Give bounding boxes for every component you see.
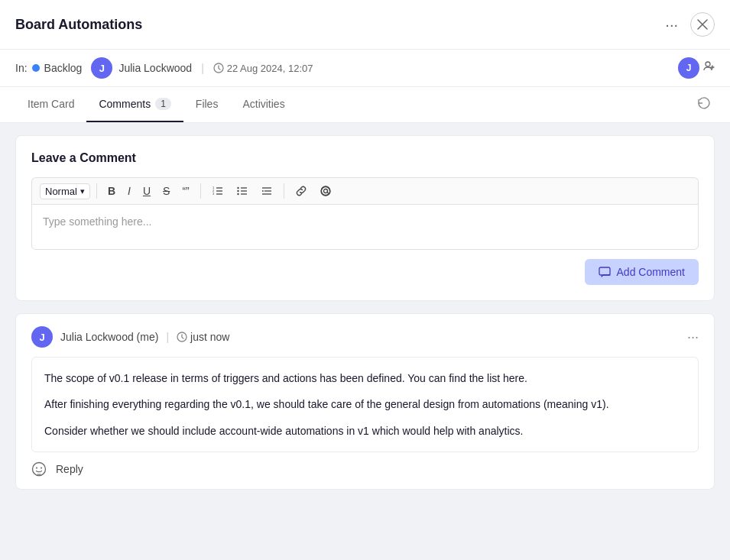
svg-point-18 xyxy=(323,189,327,193)
tab-files-label: Files xyxy=(196,98,219,110)
link-button[interactable] xyxy=(290,183,312,199)
avatar-small: J xyxy=(678,57,699,79)
clock-icon xyxy=(213,63,224,73)
svg-point-13 xyxy=(237,193,238,195)
comment-body: The scope of v0.1 release in terms of tr… xyxy=(31,357,699,452)
meta-user: J Julia Lockwood | 22 Aug 2024, 12:07 xyxy=(91,57,313,79)
comment-avatar: J xyxy=(31,326,53,348)
tab-activities[interactable]: Activities xyxy=(230,87,297,122)
header: Board Automations ··· xyxy=(0,0,730,50)
comment-icon xyxy=(599,266,611,278)
svg-point-1 xyxy=(706,62,710,66)
format-select[interactable]: Normal ▾ xyxy=(40,183,90,199)
tabs-right xyxy=(693,92,715,118)
svg-rect-19 xyxy=(599,267,610,275)
backlog-dot xyxy=(32,64,40,72)
format-select-label: Normal xyxy=(45,186,77,197)
svg-point-21 xyxy=(33,463,46,476)
comment-editor-box: Leave a Comment Normal ▾ B I U S “” xyxy=(15,135,715,301)
comment-actions: Add Comment xyxy=(31,259,699,285)
meta-left: In: Backlog J Julia Lockwood | 22 Aug 20… xyxy=(15,57,313,79)
ordered-list-button[interactable]: 1 2 3 xyxy=(207,183,229,199)
comment-user: J Julia Lockwood (me) | just now xyxy=(31,326,229,348)
person-add-icon xyxy=(702,60,715,73)
svg-point-23 xyxy=(41,468,42,469)
meta-bar: In: Backlog J Julia Lockwood | 22 Aug 20… xyxy=(0,50,730,87)
tab-comments-label: Comments xyxy=(99,98,151,110)
strikethrough-button[interactable]: S xyxy=(158,183,174,199)
chevron-down-icon: ▾ xyxy=(80,186,85,196)
add-comment-button[interactable]: Add Comment xyxy=(585,259,699,285)
comment-more-button[interactable]: ··· xyxy=(687,329,699,345)
svg-point-22 xyxy=(36,468,37,469)
comment-footer: Reply xyxy=(31,461,699,477)
comment-paragraph-3: Consider whether we should include accou… xyxy=(44,422,686,439)
user-name: Julia Lockwood xyxy=(118,62,192,74)
toolbar-separator-1 xyxy=(96,183,97,199)
svg-point-11 xyxy=(237,187,238,189)
header-more-button[interactable]: ··· xyxy=(659,13,684,37)
comment-time-label: just now xyxy=(190,331,229,343)
unordered-list-icon xyxy=(236,185,248,197)
italic-button[interactable]: I xyxy=(123,183,135,199)
emoji-reaction-button[interactable] xyxy=(31,461,47,477)
mention-button[interactable] xyxy=(315,183,336,199)
editor-toolbar: Normal ▾ B I U S “” 1 2 3 xyxy=(31,177,699,204)
meta-time: 22 Aug 2024, 12:07 xyxy=(213,63,313,74)
underline-button[interactable]: U xyxy=(138,183,155,199)
tab-item-card-label: Item Card xyxy=(28,98,74,110)
add-comment-label: Add Comment xyxy=(617,266,685,278)
avatar: J xyxy=(91,57,112,79)
ordered-list-icon: 1 2 3 xyxy=(212,185,224,197)
svg-point-12 xyxy=(237,190,238,192)
tab-item-card[interactable]: Item Card xyxy=(15,87,86,122)
tab-comments-badge: 1 xyxy=(155,98,171,110)
comment-placeholder: Type something here... xyxy=(43,215,151,228)
indent-icon xyxy=(261,185,273,197)
toolbar-separator-2 xyxy=(200,183,201,199)
bold-button[interactable]: B xyxy=(103,183,120,199)
tabs-bar: Item Card Comments 1 Files Activities xyxy=(0,87,730,123)
refresh-icon xyxy=(696,95,712,111)
date-label: 22 Aug 2024, 12:07 xyxy=(227,63,313,74)
tab-comments[interactable]: Comments 1 xyxy=(86,87,183,122)
comment-user-name: Julia Lockwood (me) xyxy=(60,331,158,343)
unordered-list-button[interactable] xyxy=(232,183,253,199)
at-icon xyxy=(320,185,332,197)
indent-button[interactable] xyxy=(256,183,277,199)
comment-paragraph-1: The scope of v0.1 release in terms of tr… xyxy=(44,370,686,387)
header-actions: ··· xyxy=(659,12,715,37)
backlog-label: Backlog xyxy=(44,62,83,74)
comment-paragraph-2: After finishing everything regarding the… xyxy=(44,396,686,413)
meta-in: In: Backlog xyxy=(15,62,82,74)
comment-item: J Julia Lockwood (me) | just now ··· The… xyxy=(15,313,715,490)
comment-clock-icon xyxy=(177,332,187,342)
comment-header: J Julia Lockwood (me) | just now ··· xyxy=(31,326,699,348)
tab-activities-label: Activities xyxy=(242,98,284,110)
link-icon xyxy=(295,185,307,197)
close-icon xyxy=(697,19,708,30)
assign-button[interactable] xyxy=(702,60,715,76)
toolbar-separator-3 xyxy=(284,183,284,199)
meta-right: J xyxy=(678,57,715,79)
comment-divider: | xyxy=(166,331,169,343)
in-label: In: xyxy=(15,62,28,74)
refresh-button[interactable] xyxy=(693,92,715,118)
page-title: Board Automations xyxy=(15,17,142,33)
main-content: Leave a Comment Normal ▾ B I U S “” xyxy=(0,123,730,502)
tab-files[interactable]: Files xyxy=(183,87,231,122)
app-container: Board Automations ··· In: Backlog J Juli… xyxy=(0,0,730,560)
emoji-icon xyxy=(31,461,47,477)
header-close-button[interactable] xyxy=(690,12,715,37)
meta-divider: | xyxy=(201,62,204,74)
comment-editor-title: Leave a Comment xyxy=(31,151,699,165)
tabs-left: Item Card Comments 1 Files Activities xyxy=(15,87,297,122)
svg-text:3: 3 xyxy=(213,192,215,196)
comment-time: just now xyxy=(177,331,229,343)
quote-button[interactable]: “” xyxy=(177,183,193,199)
reply-button[interactable]: Reply xyxy=(56,463,83,475)
comment-input[interactable]: Type something here... xyxy=(31,204,699,250)
